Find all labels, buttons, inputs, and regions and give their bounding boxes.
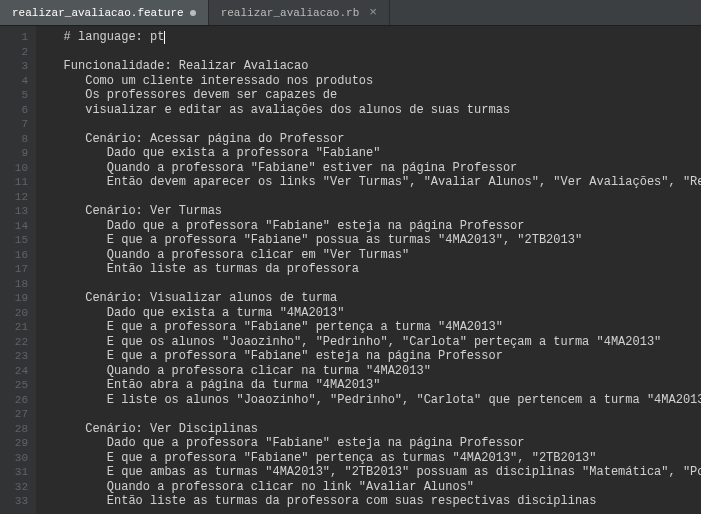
line-number: 1 [4,30,28,45]
tab-bar: realizar_avaliacao.feature realizar_aval… [0,0,701,26]
line-number: 2 [4,45,28,60]
code-line: Cenário: Visualizar alunos de turma [42,291,695,306]
code-line: Cenário: Ver Turmas [42,204,695,219]
line-number: 21 [4,320,28,335]
code-line: E que a professora "Fabiane" pertença a … [42,320,695,335]
code-line: Como um cliente interessado nos produtos [42,74,695,89]
tab-ruby-file[interactable]: realizar_avaliacao.rb × [209,0,390,25]
line-number: 5 [4,88,28,103]
code-line: E que a professora "Fabiane" esteja na p… [42,349,695,364]
line-number: 28 [4,422,28,437]
line-number: 26 [4,393,28,408]
code-line: Então liste as turmas da professora com … [42,494,695,509]
code-line: Cenário: Ver Disciplinas [42,422,695,437]
code-line: Quando a professora "Fabiane" estiver na… [42,161,695,176]
line-number: 19 [4,291,28,306]
code-line: E que os alunos "Joaozinho", "Pedrinho",… [42,335,695,350]
tab-feature-file[interactable]: realizar_avaliacao.feature [0,0,209,25]
line-number: 25 [4,378,28,393]
modified-indicator-icon [190,10,196,16]
line-number: 8 [4,132,28,147]
line-number: 9 [4,146,28,161]
code-line: visualizar e editar as avaliações dos al… [42,103,695,118]
text-cursor [164,31,165,44]
line-number: 20 [4,306,28,321]
line-number: 27 [4,407,28,422]
code-line [42,117,695,132]
line-number: 22 [4,335,28,350]
line-number: 6 [4,103,28,118]
code-line: Então devem aparecer os links "Ver Turma… [42,175,695,190]
line-number: 17 [4,262,28,277]
code-line: E liste os alunos "Joaozinho", "Pedrinho… [42,393,695,408]
code-line: Os professores devem ser capazes de [42,88,695,103]
line-number: 15 [4,233,28,248]
editor-area: 1234567891011121314151617181920212223242… [0,26,701,514]
code-line: Quando a professora clicar no link "Aval… [42,480,695,495]
tab-label: realizar_avaliacao.rb [221,7,360,19]
line-number: 4 [4,74,28,89]
line-number: 13 [4,204,28,219]
tab-label: realizar_avaliacao.feature [12,7,184,19]
code-line: Então abra a página da turma "4MA2013" [42,378,695,393]
code-line: Dado que a professora "Fabiane" esteja n… [42,436,695,451]
line-number: 16 [4,248,28,263]
code-line: Dado que exista a turma "4MA2013" [42,306,695,321]
code-line [42,190,695,205]
line-number: 29 [4,436,28,451]
code-line [42,407,695,422]
line-number: 23 [4,349,28,364]
line-number: 31 [4,465,28,480]
code-line: Funcionalidade: Realizar Avaliacao [42,59,695,74]
line-number: 10 [4,161,28,176]
line-number: 11 [4,175,28,190]
code-content[interactable]: # language: pt Funcionalidade: Realizar … [36,26,701,514]
code-line: Quando a professora clicar na turma "4MA… [42,364,695,379]
code-line [42,277,695,292]
code-line: Quando a professora clicar em "Ver Turma… [42,248,695,263]
code-line: Dado que exista a professora "Fabiane" [42,146,695,161]
code-line: Cenário: Acessar página do Professor [42,132,695,147]
code-line: Dado que a professora "Fabiane" esteja n… [42,219,695,234]
code-line: E que a professora "Fabiane" pertença as… [42,451,695,466]
line-number: 14 [4,219,28,234]
line-number: 12 [4,190,28,205]
line-number: 32 [4,480,28,495]
line-number: 3 [4,59,28,74]
code-line: E que ambas as turmas "4MA2013", "2TB201… [42,465,695,480]
line-number: 33 [4,494,28,509]
close-icon[interactable]: × [369,5,377,20]
line-number-gutter: 1234567891011121314151617181920212223242… [0,26,36,514]
code-line: # language: pt [42,30,695,45]
code-line [42,45,695,60]
line-number: 30 [4,451,28,466]
line-number: 24 [4,364,28,379]
line-number: 7 [4,117,28,132]
code-line: Então liste as turmas da professora [42,262,695,277]
line-number: 18 [4,277,28,292]
code-line: E que a professora "Fabiane" possua as t… [42,233,695,248]
